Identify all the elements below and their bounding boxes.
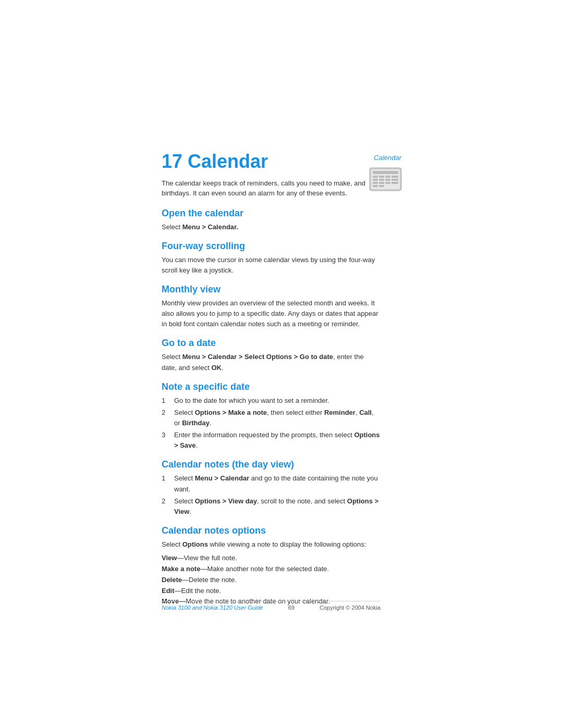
calendar-notes-day-list: 1 Select Menu > Calendar and go to the d…: [162, 473, 381, 517]
svg-rect-13: [385, 182, 390, 184]
section-heading-note-specific: Note a specific date: [162, 381, 381, 392]
note-specific-list: 1 Go to the date for which you want to s…: [162, 396, 381, 451]
open-calendar-instruction: Select Menu > Calendar.: [162, 222, 381, 232]
options-list: View—View the full note. Make a note—Mak…: [162, 553, 381, 607]
section-heading-four-way: Four-way scrolling: [162, 241, 381, 252]
option-delete: Delete—Delete the note.: [162, 575, 381, 586]
list-item: 1 Select Menu > Calendar and go to the d…: [162, 473, 381, 494]
four-way-body: You can move the cursor in some calendar…: [162, 255, 381, 276]
section-heading-monthly-view: Monthly view: [162, 284, 381, 295]
section-heading-calendar-notes-options: Calendar notes options: [162, 525, 381, 536]
svg-rect-10: [391, 179, 398, 181]
calendar-notes-options-intro: Select Options while viewing a note to d…: [162, 539, 381, 550]
monthly-view-body: Monthly view provides an overview of the…: [162, 298, 381, 329]
svg-rect-14: [391, 182, 398, 184]
list-item: 2 Select Options > View day, scroll to t…: [162, 496, 381, 517]
svg-rect-6: [391, 176, 398, 178]
chapter-intro: The calendar keeps track of reminders, c…: [162, 178, 381, 199]
footer-left: Nokia 3100 and Nokia 3120 User Guide: [162, 604, 263, 611]
option-make-note: Make a note—Make another note for the se…: [162, 564, 381, 575]
content-area: 17 Calendar The calendar keeps track of …: [162, 151, 381, 609]
list-item: 1 Go to the date for which you want to s…: [162, 396, 381, 406]
footer: Nokia 3100 and Nokia 3120 User Guide 69 …: [162, 601, 381, 611]
section-heading-go-to-date: Go to a date: [162, 338, 381, 349]
footer-right: Copyright © 2004 Nokia: [320, 604, 381, 611]
list-item: 2 Select Options > Make a note, then sel…: [162, 408, 381, 428]
section-heading-open-calendar: Open the calendar: [162, 208, 381, 219]
option-edit: Edit—Edit the note.: [162, 586, 381, 597]
svg-rect-5: [385, 176, 390, 178]
svg-rect-9: [385, 179, 390, 181]
section-heading-calendar-notes-day: Calendar notes (the day view): [162, 459, 381, 470]
option-view: View—View the full note.: [162, 553, 381, 564]
chapter-title: 17 Calendar: [162, 151, 381, 172]
page: Calendar 17 Calendar T: [0, 0, 563, 728]
list-item: 3 Enter the information requested by the…: [162, 430, 381, 451]
go-to-date-instruction: Select Menu > Calendar > Select Options …: [162, 352, 381, 373]
footer-page-number: 69: [288, 604, 295, 611]
